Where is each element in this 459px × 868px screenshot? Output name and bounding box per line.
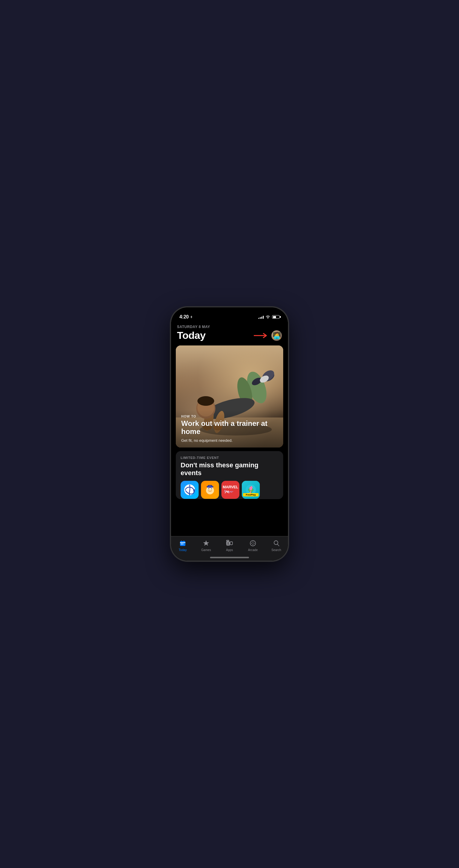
- home-indicator: [210, 557, 249, 558]
- svg-point-15: [197, 396, 214, 406]
- tab-apps-label: Apps: [226, 548, 233, 552]
- status-time: 4:20: [179, 314, 193, 320]
- tab-games[interactable]: Games: [194, 539, 218, 552]
- svg-rect-36: [184, 540, 184, 542]
- arrow-container: 🧑‍💻: [254, 330, 282, 341]
- signal-bars-icon: [258, 315, 264, 319]
- location-icon: [190, 315, 193, 318]
- svg-line-49: [277, 545, 279, 546]
- avatar-emoji: 🧑‍💻: [273, 332, 281, 339]
- svg-point-24: [211, 488, 212, 489]
- hero-label: HOW TO: [181, 414, 278, 418]
- svg-point-23: [208, 488, 209, 489]
- avatar[interactable]: 🧑‍💻: [271, 330, 282, 341]
- svg-point-44: [253, 542, 254, 542]
- tab-games-icon: [202, 539, 210, 547]
- svg-point-0: [268, 318, 268, 318]
- svg-rect-41: [230, 542, 232, 545]
- svg-point-43: [250, 540, 256, 546]
- tab-apps[interactable]: Apps: [218, 539, 241, 552]
- status-icons: [258, 315, 280, 319]
- second-card[interactable]: LIMITED-TIME EVENT Don't miss these gami…: [176, 451, 283, 499]
- svg-rect-39: [183, 544, 183, 545]
- tab-games-label: Games: [201, 548, 211, 552]
- hero-subtitle: Get fit, no equipment needed.: [181, 438, 278, 443]
- app-icon-marvel[interactable]: MARVEL: [221, 481, 239, 499]
- app-icon-volleyball[interactable]: [181, 481, 199, 499]
- phone-device: 4:20: [171, 307, 288, 561]
- tab-arcade-icon: [249, 539, 257, 547]
- app-icons-row: MARVEL: [181, 481, 278, 499]
- tab-search[interactable]: Search: [265, 539, 288, 552]
- svg-rect-35: [181, 540, 182, 542]
- svg-rect-38: [181, 544, 182, 545]
- svg-point-45: [253, 544, 254, 545]
- tab-arcade-label: Arcade: [248, 548, 258, 552]
- notch: [210, 307, 249, 317]
- header: SATURDAY 8 MAY Today 🧑‍💻: [171, 322, 288, 341]
- app-content: SATURDAY 8 MAY Today 🧑‍💻: [171, 322, 288, 561]
- tab-today-icon: [179, 539, 187, 547]
- date-label: SATURDAY 8 MAY: [177, 325, 282, 329]
- freeplay-badge: FreePlay: [243, 493, 259, 496]
- event-title: Don't miss these gaming events: [181, 461, 278, 477]
- event-label: LIMITED-TIME EVENT: [181, 456, 278, 460]
- tab-apps-icon: [226, 539, 233, 547]
- tab-today-label: Today: [178, 548, 187, 552]
- header-row: Today 🧑‍💻: [177, 330, 282, 341]
- marvel-badge: MARVEL: [221, 481, 239, 499]
- svg-point-48: [274, 541, 278, 545]
- freeplay-content: FreePlay: [242, 481, 260, 499]
- svg-rect-37: [180, 542, 186, 543]
- svg-point-46: [252, 543, 252, 544]
- svg-rect-27: [207, 486, 212, 487]
- wifi-icon: [265, 315, 270, 319]
- tab-today[interactable]: Today: [171, 539, 194, 552]
- hero-content: HOW TO Work out with a trainer at home G…: [176, 410, 283, 447]
- red-arrow-icon: [254, 333, 269, 339]
- tab-search-icon: [272, 539, 280, 547]
- tab-search-label: Search: [271, 548, 281, 552]
- app-icon-freeplay[interactable]: FreePlay: [242, 481, 260, 499]
- phone-screen: 4:20: [171, 307, 288, 561]
- svg-rect-42: [227, 540, 229, 541]
- clock: 4:20: [179, 314, 189, 320]
- app-icon-bomber[interactable]: [201, 481, 219, 499]
- hero-card[interactable]: HOW TO Work out with a trainer at home G…: [176, 345, 283, 447]
- tab-arcade[interactable]: Arcade: [241, 539, 265, 552]
- battery-icon: [272, 315, 280, 319]
- svg-point-47: [254, 543, 255, 544]
- hero-title: Work out with a trainer at home: [181, 419, 278, 436]
- page-title: Today: [177, 330, 205, 341]
